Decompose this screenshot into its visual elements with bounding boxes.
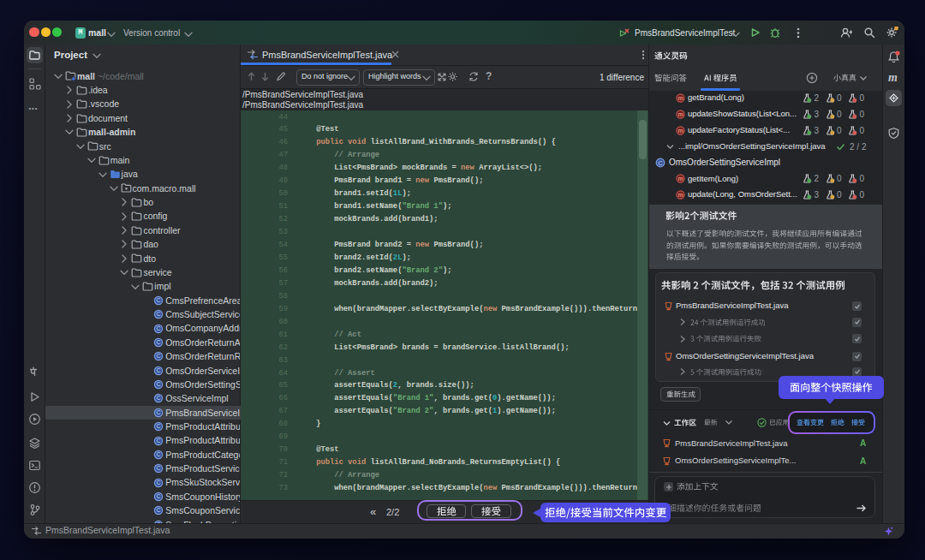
svg-text:m: m	[677, 95, 683, 101]
svg-text:C: C	[157, 339, 161, 345]
svg-text:C: C	[157, 396, 161, 402]
svg-text:C: C	[157, 451, 161, 457]
svg-text:C: C	[157, 312, 161, 318]
svg-text:C: C	[157, 424, 161, 430]
svg-text:C: C	[157, 466, 161, 472]
svg-text:m: m	[677, 111, 683, 117]
svg-text:m: m	[677, 192, 683, 198]
svg-text:C: C	[157, 438, 161, 444]
svg-text:m: m	[677, 176, 683, 182]
svg-text:C: C	[157, 493, 161, 499]
svg-text:C: C	[157, 367, 161, 373]
svg-text:C: C	[658, 159, 663, 167]
svg-text:m: m	[677, 128, 683, 134]
svg-text:C: C	[157, 508, 161, 514]
svg-text:C: C	[157, 480, 161, 486]
svg-text:C: C	[157, 409, 161, 415]
svg-text:C: C	[157, 354, 161, 360]
svg-text:C: C	[157, 381, 161, 387]
svg-text:C: C	[157, 297, 161, 303]
svg-text:C: C	[157, 325, 161, 331]
